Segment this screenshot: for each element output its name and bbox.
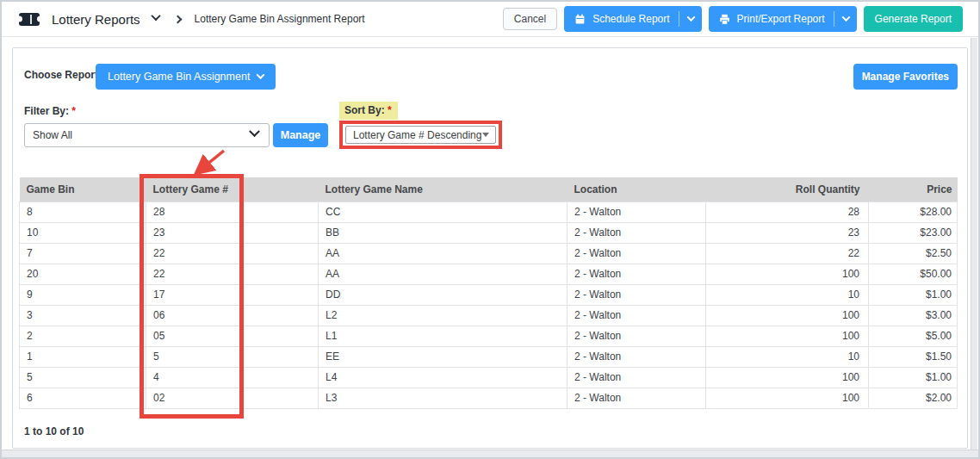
table-cell: L4: [319, 367, 568, 388]
table-cell: $23.00: [869, 222, 958, 243]
table-cell: 2: [20, 326, 146, 346]
table-cell: 22: [706, 243, 869, 264]
filter-by-select[interactable]: Show All: [24, 123, 270, 147]
manage-favorites-button[interactable]: Manage Favorites: [853, 64, 958, 90]
table-row: 205L12 - Walton100$5.00: [20, 326, 958, 346]
triangle-down-icon: [482, 133, 489, 137]
column-header-lottery-game-number: Lottery Game #: [146, 177, 319, 202]
table-cell: 2 - Walton: [568, 305, 706, 326]
schedule-report-caret[interactable]: [679, 11, 702, 27]
table-row: 15EE2 - Walton10$1.50: [20, 346, 958, 367]
row-count-summary: 1 to 10 of 10: [24, 425, 84, 437]
table-cell: 17: [146, 284, 319, 305]
sort-by-select[interactable]: Lottery Game # Descending: [345, 126, 496, 144]
table-cell: 2 - Walton: [568, 222, 706, 243]
table-cell: 100: [706, 388, 869, 408]
sort-by-label: Sort By: *: [339, 102, 398, 120]
table-cell: $2.50: [869, 243, 958, 264]
table-cell: 2 - Walton: [568, 264, 706, 284]
chevron-down-icon[interactable]: [151, 11, 160, 21]
breadcrumb-current: Lottery Game Bin Assignment Report: [195, 13, 365, 25]
required-asterisk: *: [388, 104, 392, 116]
choose-report-label: Choose Report: [24, 69, 98, 81]
topbar-actions: Cancel Schedule Report: [503, 6, 963, 32]
sort-by-value: Lottery Game # Descending: [353, 129, 481, 141]
horizontal-scrollbar[interactable]: [2, 450, 978, 457]
report-type-dropdown[interactable]: Lottery Game Bin Assignment: [96, 64, 276, 90]
table-cell: 28: [706, 202, 869, 222]
table-cell: 22: [146, 243, 319, 264]
table-cell: EE: [319, 346, 568, 367]
annotation-box-sort-dropdown: Lottery Game # Descending: [339, 121, 502, 149]
table-cell: L1: [319, 326, 568, 346]
table-cell: 2 - Walton: [568, 202, 706, 222]
table-cell: 02: [146, 388, 319, 408]
table-cell: $1.00: [869, 284, 958, 305]
table-cell: 2 - Walton: [568, 388, 706, 408]
required-asterisk: *: [71, 105, 76, 117]
topbar: Lottery Reports Lottery Game Bin Assignm…: [2, 2, 978, 37]
chevron-right-icon: [173, 15, 182, 23]
table-cell: 2 - Walton: [568, 367, 706, 388]
table-cell: $2.00: [869, 388, 958, 408]
report-type-value: Lottery Game Bin Assignment: [108, 71, 250, 83]
table-row: 2022AA2 - Walton100$50.00: [20, 264, 958, 284]
table-cell: 10: [706, 284, 869, 305]
table-cell: $3.00: [869, 305, 958, 326]
table-cell: 1: [20, 346, 146, 367]
table-cell: 4: [146, 367, 319, 388]
table-cell: $28.00: [869, 202, 958, 222]
table-cell: 23: [706, 222, 869, 243]
schedule-report-label: Schedule Report: [592, 13, 669, 25]
table-row: 917DD2 - Walton10$1.00: [20, 284, 958, 305]
table-header-row: Game Bin Lottery Game # Lottery Game Nam…: [20, 177, 958, 202]
table-cell: $5.00: [869, 326, 958, 346]
cancel-button[interactable]: Cancel: [503, 8, 557, 30]
table-cell: 5: [146, 346, 319, 367]
vertical-scrollbar[interactable]: [971, 38, 977, 450]
schedule-report-button[interactable]: Schedule Report: [564, 6, 701, 32]
table-row: 306L22 - Walton100$3.00: [20, 305, 958, 326]
table-row: 54L42 - Walton100$1.00: [20, 367, 958, 388]
chevron-down-icon: [249, 126, 260, 137]
column-header-roll-quantity: Roll Quantity: [706, 177, 869, 202]
generate-report-button[interactable]: Generate Report: [864, 6, 963, 32]
table-cell: 3: [20, 305, 146, 326]
print-export-caret[interactable]: [834, 11, 857, 27]
table-cell: 10: [20, 222, 146, 243]
table-body: 828CC2 - Walton28$28.001023BB2 - Walton2…: [20, 202, 958, 408]
table-row: 602L32 - Walton100$2.00: [20, 388, 958, 408]
table-cell: AA: [319, 243, 568, 264]
table-row: 828CC2 - Walton28$28.00: [20, 202, 958, 222]
table-cell: 2 - Walton: [568, 243, 706, 264]
table-cell: $1.00: [869, 367, 958, 388]
table-cell: $50.00: [869, 264, 958, 284]
filter-by-value: Show All: [33, 129, 72, 141]
table-cell: AA: [319, 264, 568, 284]
print-export-button[interactable]: Print/Export Report: [709, 6, 857, 32]
table-cell: DD: [319, 284, 568, 305]
printer-icon: [719, 14, 730, 25]
column-header-location: Location: [568, 177, 706, 202]
column-header-lottery-game-name: Lottery Game Name: [319, 177, 568, 202]
column-header-game-bin: Game Bin: [20, 177, 146, 202]
table-cell: CC: [319, 202, 568, 222]
manage-filter-button[interactable]: Manage: [273, 123, 328, 147]
table-cell: L2: [319, 305, 568, 326]
table-row: 722AA2 - Walton22$2.50: [20, 243, 958, 264]
table-cell: 5: [20, 367, 146, 388]
table-cell: 28: [146, 202, 319, 222]
table-cell: 7: [20, 243, 146, 264]
table-cell: 20: [20, 264, 146, 284]
table-cell: BB: [319, 222, 568, 243]
calendar-icon: [574, 14, 586, 25]
table-cell: $1.50: [869, 346, 958, 367]
table-cell: 100: [706, 326, 869, 346]
table-cell: 9: [20, 284, 146, 305]
table-cell: 100: [706, 264, 869, 284]
table-row: 1023BB2 - Walton23$23.00: [20, 222, 958, 243]
report-card: Choose Report Lottery Game Bin Assignmen…: [12, 47, 968, 449]
table-cell: 100: [706, 305, 869, 326]
table-cell: 2 - Walton: [568, 284, 706, 305]
nav-title[interactable]: Lottery Reports: [52, 12, 140, 27]
